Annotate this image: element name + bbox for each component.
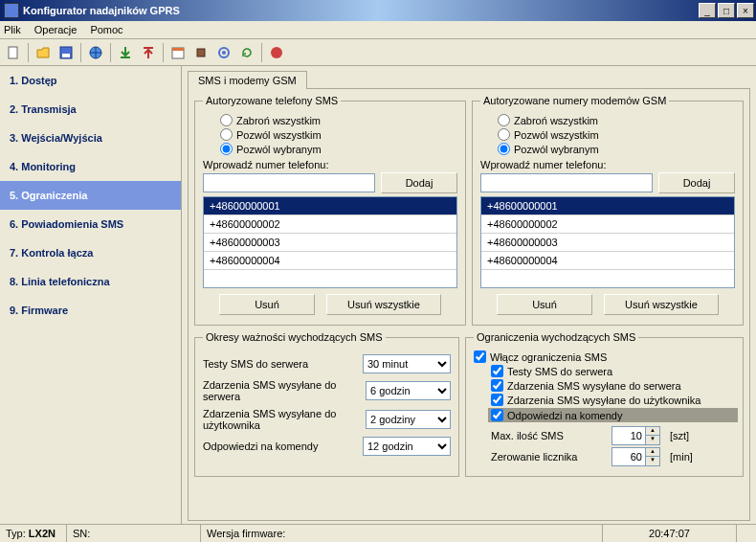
sidebar-item-label: 3. Wejścia/Wyjścia (10, 132, 102, 144)
sidebar-item-access[interactable]: 1. Dostęp (0, 66, 181, 95)
sidebar-item-io[interactable]: 3. Wejścia/Wyjścia (0, 124, 181, 152)
checkbox-limit-tests[interactable]: Testy SMS do serwera (491, 365, 612, 377)
radio-gsm-allow-selected[interactable]: Pozwól wybranym (498, 143, 599, 155)
check-label: Zdarzenia SMS wysyłane do użytkownika (507, 395, 700, 406)
window-title: Konfigurator nadajników GPRS (23, 5, 697, 16)
gear-icon[interactable] (213, 42, 234, 63)
fieldset-sms-limits: Ograniczenia wychodzących SMS Włącz ogra… (465, 331, 744, 477)
sms-phone-list[interactable]: +48600000001 +48600000002 +48600000003 +… (203, 196, 457, 288)
menu-bar: Plik Operacje Pomoc (0, 21, 756, 39)
sidebar-item-restrictions[interactable]: 5. Ograniczenia (0, 181, 181, 210)
radio-sms-allow-selected[interactable]: Pozwól wybranym (220, 143, 322, 155)
input-label: Wprowadź numer telefonu: (203, 159, 457, 170)
status-type-label: Typ: (6, 528, 26, 539)
gsm-delete-button[interactable]: Usuń (497, 294, 592, 315)
spinner-buttons[interactable]: ▲▼ (646, 426, 660, 445)
spinner-buttons[interactable]: ▲▼ (646, 447, 660, 466)
max-sms-input[interactable] (611, 426, 646, 445)
title-bar: Konfigurator nadajników GPRS _ □ × (0, 0, 756, 21)
toolbar-separator (110, 43, 111, 62)
period-select-events-server[interactable]: 6 godzin (366, 381, 451, 400)
check-label: Testy SMS do serwera (507, 366, 612, 377)
spin-down-icon: ▼ (646, 436, 659, 444)
spin-down-icon: ▼ (646, 457, 659, 465)
reset-counter-label: Zerowanie licznika (491, 451, 606, 463)
toolbar-separator (80, 43, 81, 62)
app-icon (4, 3, 19, 18)
chip-icon[interactable] (190, 42, 211, 63)
menu-file[interactable]: Plik (4, 24, 21, 35)
toolbar-separator (261, 43, 262, 62)
radio-gsm-deny-all[interactable]: Zabroń wszystkim (498, 114, 598, 126)
gsm-phone-input[interactable] (480, 173, 653, 192)
svg-point-9 (271, 47, 282, 58)
refresh-icon[interactable] (236, 42, 257, 63)
svg-rect-0 (9, 47, 17, 58)
maximize-button[interactable]: □ (718, 3, 735, 18)
sidebar-item-label: 1. Dostęp (10, 75, 57, 86)
sidebar-item-label: 7. Kontrola łącza (10, 247, 93, 259)
globe-icon[interactable] (85, 42, 106, 63)
sidebar-item-label: 5. Ograniczenia (10, 190, 87, 201)
calendar-icon[interactable] (167, 42, 189, 63)
sidebar-item-firmware[interactable]: 9. Firmware (0, 296, 181, 325)
fieldset-gsm-modems: Autoryzowane numery modemów GSM Zabroń w… (472, 95, 744, 326)
sidebar-item-sms-notifications[interactable]: 6. Powiadomienia SMS (0, 210, 181, 238)
checkbox-enable-limits[interactable]: Włącz ograniczenia SMS (474, 350, 607, 363)
list-item[interactable]: +48600000003 (481, 234, 734, 252)
period-select-events-user[interactable]: 2 godziny (366, 410, 451, 429)
list-item[interactable]: +48600000002 (204, 215, 456, 234)
open-file-icon[interactable] (33, 42, 54, 63)
input-label: Wprowadź numer telefonu: (480, 159, 735, 170)
check-label: Włącz ograniczenia SMS (490, 351, 607, 363)
sidebar-item-transmission[interactable]: 2. Transmisja (0, 95, 181, 124)
sms-phone-input[interactable] (203, 173, 375, 192)
sms-delete-button[interactable]: Usuń (219, 294, 315, 315)
menu-help[interactable]: Pomoc (90, 24, 122, 35)
close-button[interactable]: × (737, 3, 754, 18)
radio-sms-allow-all[interactable]: Pozwól wszystkim (220, 128, 322, 141)
radio-label: Pozwól wybranym (514, 144, 599, 155)
sidebar-item-phone-line[interactable]: 8. Linia telefoniczna (0, 267, 181, 296)
period-select-responses[interactable]: 12 godzin (363, 437, 451, 456)
radio-sms-deny-all[interactable]: Zabroń wszystkim (220, 114, 321, 126)
list-item[interactable]: +48600000002 (481, 215, 734, 234)
legend-validity-periods: Okresy ważności wychodzących SMS (203, 331, 386, 343)
download-green-icon[interactable] (115, 42, 136, 63)
save-file-icon[interactable] (56, 42, 77, 63)
menu-operations[interactable]: Operacje (34, 24, 78, 35)
status-time: 20:47:07 (649, 528, 690, 539)
tab-sms-modems[interactable]: SMS i modemy GSM (188, 71, 307, 89)
gsm-delete-all-button[interactable]: Usuń wszystkie (604, 294, 719, 315)
sidebar-item-link-control[interactable]: 7. Kontrola łącza (0, 238, 181, 267)
status-sn-label: SN: (73, 528, 90, 539)
checkbox-limit-events-server[interactable]: Zdarzenia SMS wysyłane do serwera (491, 379, 681, 392)
reset-counter-input[interactable] (611, 447, 646, 466)
gsm-add-button[interactable]: Dodaj (658, 172, 735, 193)
list-item[interactable]: +48600000001 (204, 197, 456, 215)
radio-label: Pozwól wybranym (236, 144, 322, 155)
svg-rect-2 (62, 54, 70, 57)
radio-gsm-allow-all[interactable]: Pozwól wszystkim (498, 128, 599, 141)
check-label: Odpowiedzi na komendy (507, 410, 622, 421)
list-item[interactable]: +48600000003 (204, 234, 456, 252)
legend-sms-phones: Autoryzowane telefony SMS (203, 95, 341, 106)
minimize-button[interactable]: _ (699, 3, 716, 18)
legend-sms-limits: Ograniczenia wychodzących SMS (474, 331, 638, 343)
upload-red-icon[interactable] (138, 42, 159, 63)
period-label: Testy SMS do serwera (203, 358, 308, 370)
checkbox-limit-events-user[interactable]: Zdarzenia SMS wysyłane do użytkownika (491, 394, 700, 406)
checkbox-limit-responses[interactable]: Odpowiedzi na komendy (491, 409, 622, 421)
list-item[interactable]: +48600000004 (481, 252, 734, 270)
list-item[interactable]: +48600000001 (481, 197, 734, 215)
spin-up-icon: ▲ (646, 448, 659, 457)
sms-add-button[interactable]: Dodaj (381, 172, 457, 193)
stop-icon[interactable] (266, 42, 287, 63)
list-item[interactable]: +48600000004 (204, 252, 456, 270)
status-bar: Typ: LX2N SN: Wersja firmware: 20:47:07 (0, 524, 756, 542)
sidebar-item-monitoring[interactable]: 4. Monitoring (0, 152, 181, 181)
new-file-icon[interactable] (3, 42, 24, 63)
period-select-tests[interactable]: 30 minut (363, 354, 451, 373)
gsm-phone-list[interactable]: +48600000001 +48600000002 +48600000003 +… (480, 196, 735, 288)
sms-delete-all-button[interactable]: Usuń wszystkie (326, 294, 441, 315)
